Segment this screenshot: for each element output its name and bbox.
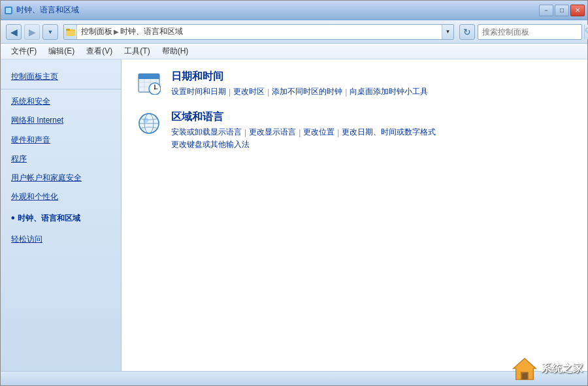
watermark-house-icon — [512, 356, 537, 381]
back-button[interactable]: ◀ — [6, 24, 22, 40]
refresh-button[interactable]: ↻ — [459, 24, 475, 40]
titlebar-left: 时钟、语言和区域 — [3, 5, 79, 16]
recent-button[interactable]: ▼ — [42, 24, 58, 40]
main-window: 时钟、语言和区域 － □ ✕ ◀ ▶ ▼ 控制面板 ▶ 时钟、语言和区域 — [0, 0, 588, 386]
close-button[interactable]: ✕ — [570, 5, 585, 16]
search-input[interactable] — [478, 27, 584, 37]
menu-view[interactable]: 查看(V) — [81, 44, 118, 58]
address-current: 时钟、语言和区域 — [120, 26, 183, 37]
sidebar-item-system[interactable]: 系统和安全 — [1, 92, 121, 111]
sidebar-item-programs[interactable]: 程序 — [1, 150, 121, 169]
menubar: 文件(F) 编辑(E) 查看(V) 工具(T) 帮助(H) — [1, 44, 587, 59]
datetime-links: 设置时间和日期 | 更改时区 | 添加不同时区的时钟 | 向桌面添加时钟小工具 — [171, 86, 428, 97]
link-change-display-language[interactable]: 更改显示语言 — [249, 127, 296, 138]
search-container: 🔍 — [478, 24, 582, 40]
menu-tools[interactable]: 工具(T) — [119, 44, 155, 58]
address-prefix: 控制面板 — [81, 26, 112, 37]
address-bar[interactable]: 控制面板 ▶ 时钟、语言和区域 ▼ — [63, 24, 454, 40]
menu-edit[interactable]: 编辑(E) — [43, 44, 80, 58]
link-install-language[interactable]: 安装或卸载显示语言 — [171, 127, 242, 138]
datetime-title[interactable]: 日期和时间 — [171, 70, 428, 84]
menu-file[interactable]: 文件(F) — [6, 44, 42, 58]
section-region: 区域和语言 安装或卸载显示语言 | 更改显示语言 | 更改位置 | 更改日期、时… — [137, 110, 572, 150]
sidebar-item-network[interactable]: 网络和 Internet — [1, 111, 121, 130]
svg-rect-26 — [522, 374, 527, 380]
svg-rect-3 — [66, 31, 75, 36]
titlebar: 时钟、语言和区域 － □ ✕ — [1, 1, 587, 20]
sidebar-item-ease[interactable]: 轻松访问 — [1, 230, 121, 249]
link-add-clocks[interactable]: 添加不同时区的时钟 — [272, 86, 342, 97]
menu-help[interactable]: 帮助(H) — [157, 44, 194, 58]
address-icon — [64, 25, 77, 39]
datetime-icon — [137, 71, 163, 97]
svg-rect-1 — [6, 8, 11, 13]
search-button[interactable]: 🔍 — [584, 25, 588, 39]
content-area: 日期和时间 设置时间和日期 | 更改时区 | 添加不同时区的时钟 | 向桌面添加… — [122, 59, 587, 371]
globe-svg-icon — [137, 112, 161, 135]
link-change-formats[interactable]: 更改日期、时间或数字格式 — [342, 127, 436, 138]
sidebar-item-appearance[interactable]: 外观和个性化 — [1, 187, 121, 206]
link-change-location[interactable]: 更改位置 — [303, 127, 335, 138]
link-set-datetime[interactable]: 设置时间和日期 — [171, 86, 226, 97]
sidebar: 控制面板主页 系统和安全 网络和 Internet 硬件和声音 程序 用户帐户和… — [1, 59, 122, 371]
region-body: 区域和语言 安装或卸载显示语言 | 更改显示语言 | 更改位置 | 更改日期、时… — [171, 110, 436, 150]
region-links-row1: 安装或卸载显示语言 | 更改显示语言 | 更改位置 | 更改日期、时间或数字格式 — [171, 127, 436, 138]
statusbar — [1, 371, 587, 385]
main-content: 控制面板主页 系统和安全 网络和 Internet 硬件和声音 程序 用户帐户和… — [1, 59, 587, 371]
svg-rect-4 — [66, 29, 70, 31]
region-icon — [137, 112, 163, 138]
window-icon — [3, 5, 14, 16]
clock-svg-icon — [137, 71, 161, 95]
watermark: 系统之家 — [512, 356, 583, 381]
minimize-button[interactable]: － — [539, 5, 553, 16]
watermark-label: 系统之家 — [541, 362, 583, 376]
navbar: ◀ ▶ ▼ 控制面板 ▶ 时钟、语言和区域 ▼ ↻ 🔍 — [1, 20, 587, 44]
svg-point-20 — [143, 118, 148, 123]
section-datetime: 日期和时间 设置时间和日期 | 更改时区 | 添加不同时区的时钟 | 向桌面添加… — [137, 70, 572, 97]
forward-button[interactable]: ▶ — [24, 24, 40, 40]
datetime-body: 日期和时间 设置时间和日期 | 更改时区 | 添加不同时区的时钟 | 向桌面添加… — [171, 70, 428, 97]
link-desktop-clock[interactable]: 向桌面添加时钟小工具 — [350, 86, 428, 97]
sidebar-item-home[interactable]: 控制面板主页 — [1, 67, 121, 86]
titlebar-controls: － □ ✕ — [539, 5, 585, 16]
sidebar-item-users[interactable]: 用户帐户和家庭安全 — [1, 169, 121, 187]
sidebar-item-clock[interactable]: 时钟、语言和区域 — [1, 206, 121, 230]
region-title[interactable]: 区域和语言 — [171, 110, 436, 124]
window-title: 时钟、语言和区域 — [16, 5, 79, 16]
folder-icon — [66, 27, 75, 37]
address-path: 控制面板 ▶ 时钟、语言和区域 — [77, 26, 442, 37]
svg-rect-7 — [139, 78, 159, 79]
link-change-keyboard[interactable]: 更改键盘或其他输入法 — [171, 139, 250, 150]
region-links-row2: 更改键盘或其他输入法 — [171, 139, 436, 150]
maximize-button[interactable]: □ — [555, 5, 569, 16]
link-change-timezone[interactable]: 更改时区 — [233, 86, 265, 97]
address-sep1: ▶ — [114, 28, 119, 35]
address-dropdown-button[interactable]: ▼ — [442, 25, 453, 39]
sidebar-divider-1 — [1, 89, 121, 89]
sidebar-item-hardware[interactable]: 硬件和声音 — [1, 131, 121, 150]
